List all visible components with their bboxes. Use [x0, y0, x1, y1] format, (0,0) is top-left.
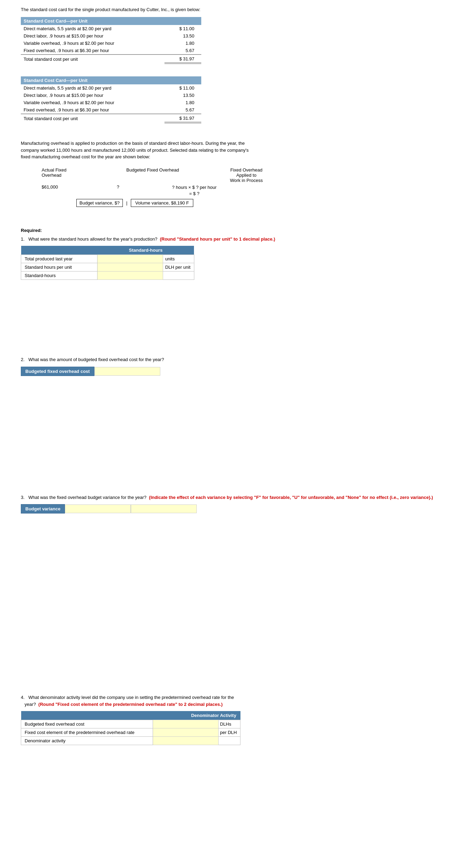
sh-unit-0: units — [163, 255, 194, 263]
denom-input-field-2[interactable] — [156, 738, 215, 743]
denom-unit-0: DLHs — [219, 720, 240, 728]
mfg-overhead-text: Manufacturing overhead is applied to pro… — [21, 140, 257, 160]
oh-applied-value: ? hours × $ ? per hour = $ ? — [160, 184, 229, 197]
budgeted-foc-row: Budgeted fixed overhead cost — [21, 367, 453, 376]
denom-header-col2: Denominator Activity — [153, 711, 240, 720]
total-value: $ 31.97 — [164, 55, 201, 63]
budget-variance-row: Budget variance — [21, 504, 453, 514]
table-row-total: Total standard cost per unit $ 31.97 — [21, 114, 201, 123]
question-2-text: 2. What was the amount of budgeted fixed… — [21, 356, 453, 363]
q4-text-line1: What denominator activity level did the … — [28, 695, 234, 700]
question-4-section: 4. What denominator activity level did t… — [21, 694, 453, 745]
cost-row-label: Variable overhead, .9 hours at $2.00 per… — [21, 99, 164, 106]
table-row: Direct labor, .9 hours at $15.00 per hou… — [21, 92, 201, 99]
sh-unit-1: DLH per unit — [163, 263, 194, 272]
cost-row-label: Direct materials, 5.5 yards at $2.00 per… — [21, 84, 164, 92]
cost-row-label: Direct labor, .9 hours at $15.00 per hou… — [21, 92, 164, 99]
sh-header-empty — [21, 246, 98, 255]
denominator-activity-table: Denominator Activity Budgeted fixed over… — [21, 711, 240, 745]
cost-card-header-1: Standard Cost Card—per Unit — [21, 17, 201, 25]
q1-text: What were the standard hours allowed for… — [28, 236, 158, 242]
sh-header-label: Standard-hours — [98, 246, 194, 255]
q4-text-line2: year? — [25, 702, 36, 707]
budget-variance-box: Budget variance, $? — [76, 199, 123, 207]
q1-number: 1. — [21, 236, 25, 242]
sh-row-label-2: Standard-hours — [21, 272, 98, 280]
question-4-text: 4. What denominator activity level did t… — [21, 694, 453, 708]
total-label: Total standard cost per unit — [21, 55, 164, 63]
sh-input-1[interactable] — [98, 263, 163, 272]
sh-unit-2 — [163, 272, 194, 280]
bv-label: Budget variance — [21, 504, 65, 514]
denom-input-field-1[interactable] — [156, 730, 215, 735]
denom-header-col1 — [21, 711, 153, 720]
table-row: Direct materials, 5.5 yards at $2.00 per… — [21, 84, 201, 92]
oh-actual-value: $61,000 — [42, 184, 76, 190]
denom-input-1[interactable] — [153, 728, 219, 737]
table-row: Total produced last year units — [21, 255, 194, 263]
denom-input-2[interactable] — [153, 737, 219, 745]
denom-input-0[interactable] — [153, 720, 219, 728]
sh-input-field-0[interactable] — [101, 256, 159, 261]
denom-row-label-1: Fixed cost element of the predetermined … — [21, 728, 153, 737]
cost-row-value: 5.67 — [164, 47, 201, 55]
sh-input-field-1[interactable] — [101, 265, 159, 270]
bv-input-field-1[interactable] — [69, 506, 127, 511]
table-row: Fixed overhead, .9 hours at $6.30 per ho… — [21, 106, 201, 114]
q1-red-text: (Round "Standard hours per unit" to 1 de… — [160, 236, 275, 242]
cost-card-header-2: Standard Cost Card—per Unit — [21, 76, 201, 84]
oh-col3-header: Fixed Overhead Applied to Work in Proces… — [215, 167, 278, 183]
bfoc-input-field[interactable] — [98, 369, 156, 374]
cost-row-label: Direct materials, 5.5 yards at $2.00 per… — [21, 25, 164, 32]
volume-variance-box: Volume variance, $8,190 F — [131, 199, 193, 207]
cost-row-label: Direct labor, .9 hours at $15.00 per hou… — [21, 32, 164, 40]
table-row: Denominator activity — [21, 737, 240, 745]
required-header: Required: — [21, 228, 453, 233]
cost-row-value: 13.50 — [164, 92, 201, 99]
cost-card-table-1: Standard Cost Card—per Unit Direct mater… — [21, 17, 201, 64]
question-2-section: 2. What was the amount of budgeted fixed… — [21, 356, 453, 376]
cost-card-table-2: Standard Cost Card—per Unit Direct mater… — [21, 76, 201, 123]
table-row: Fixed cost element of the predetermined … — [21, 728, 240, 737]
total-label-2: Total standard cost per unit — [21, 114, 164, 123]
table-row: Direct materials, 5.5 yards at $2.00 per… — [21, 25, 201, 32]
table-row-total: Total standard cost per unit $ 31.97 — [21, 55, 201, 63]
variance-row: Budget variance, $? | Volume variance, $… — [42, 199, 453, 207]
table-row: Standard-hours — [21, 272, 194, 280]
bv-input2[interactable] — [131, 504, 197, 513]
sh-input-0[interactable] — [98, 255, 163, 263]
bfoc-label: Budgeted fixed overhead cost — [21, 367, 94, 376]
variance-separator: | — [123, 200, 131, 206]
q3-number: 3. — [21, 495, 25, 500]
overhead-diagram: Actual Fixed Overhead Budgeted Fixed Ove… — [42, 167, 453, 207]
q3-red-text: (Indicate the effect of each variance by… — [149, 495, 433, 500]
cost-row-value: 13.50 — [164, 32, 201, 40]
cost-row-label: Fixed overhead, .9 hours at $6.30 per ho… — [21, 47, 164, 55]
q4-number: 4. — [21, 695, 25, 700]
cost-row-value: 5.67 — [164, 106, 201, 114]
cost-row-value: 1.80 — [164, 99, 201, 106]
sh-row-label-0: Total produced last year — [21, 255, 98, 263]
denom-input-field-0[interactable] — [156, 721, 215, 727]
sh-input-field-2[interactable] — [101, 273, 159, 278]
sh-input-2[interactable] — [98, 272, 163, 280]
question-3-section: 3. What was the fixed overhead budget va… — [21, 494, 453, 514]
question-1-section: 1. What were the standard hours allowed … — [21, 236, 453, 280]
cost-row-value: $ 11.00 — [164, 25, 201, 32]
table-row: Variable overhead, .9 hours at $2.00 per… — [21, 99, 201, 106]
bfoc-input[interactable] — [94, 367, 160, 376]
cost-row-value: 1.80 — [164, 40, 201, 47]
oh-col1-header: Actual Fixed Overhead — [42, 167, 90, 183]
denom-unit-1: per DLH — [219, 728, 240, 737]
cost-row-label: Variable overhead, .9 hours at $2.00 per… — [21, 40, 164, 47]
denom-row-label-0: Budgeted fixed overhead cost — [21, 720, 153, 728]
table-row: Standard hours per unit DLH per unit — [21, 263, 194, 272]
sh-row-label-1: Standard hours per unit — [21, 263, 98, 272]
table-row: Budgeted fixed overhead cost DLHs — [21, 720, 240, 728]
bv-input1[interactable] — [65, 504, 131, 513]
standard-hours-table: Standard-hours Total produced last year … — [21, 246, 194, 280]
bv-input-field-2[interactable] — [135, 506, 193, 511]
q2-number: 2. — [21, 357, 25, 362]
table-row: Direct labor, .9 hours at $15.00 per hou… — [21, 32, 201, 40]
cost-row-label: Fixed overhead, .9 hours at $6.30 per ho… — [21, 106, 164, 114]
